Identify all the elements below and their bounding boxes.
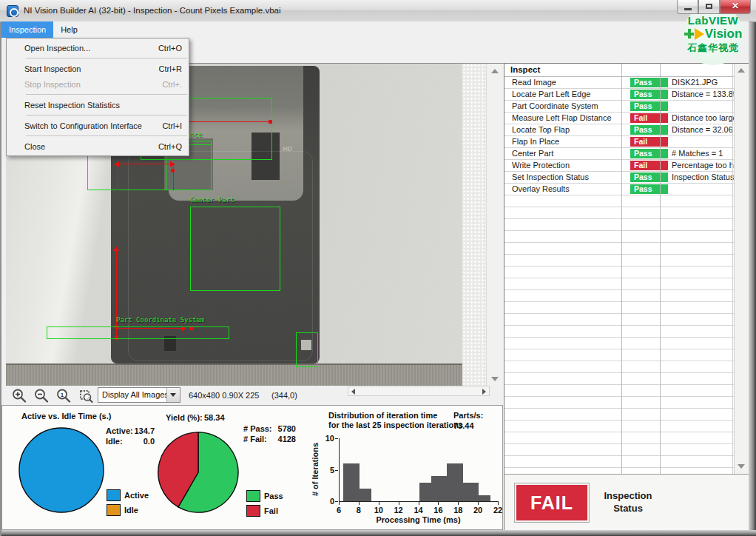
step-name (504, 361, 629, 372)
overlay-label-center-part: Center Part (190, 196, 234, 204)
histogram-bar (463, 483, 479, 502)
inspect-empty-row (504, 219, 749, 231)
status-badge: Pass (630, 172, 668, 182)
scroll-right-icon[interactable] (482, 389, 486, 395)
step-name (504, 444, 629, 455)
inspect-step-row[interactable]: Flap In PlaceFail (504, 136, 749, 148)
maximize-button[interactable] (698, 0, 720, 14)
x-tick-mark (379, 502, 379, 505)
viewer-horizontal-scrollbar[interactable] (348, 386, 490, 396)
inspect-empty-row (504, 409, 749, 421)
minimize-button[interactable] (677, 0, 698, 14)
svg-text:1: 1 (61, 392, 64, 398)
idle-value: 0.0 (126, 437, 155, 446)
histogram-bar (431, 476, 448, 501)
histogram-bar (343, 463, 360, 501)
inspect-empty-row (504, 397, 749, 409)
y-tick-mark (335, 501, 338, 502)
inspect-step-row[interactable]: Measure Left Flap DistanceFailDistance t… (504, 113, 749, 124)
scroll-left-icon[interactable] (351, 389, 355, 395)
menu-item-open-inspection[interactable]: Open Inspection...Ctrl+O (7, 40, 189, 56)
minimize-icon (684, 8, 692, 10)
inspect-step-row[interactable]: Read ImagePassDISK21.JPG (504, 77, 749, 89)
roi-edge-search-strip (47, 326, 229, 339)
distribution-title-line2: for the last 25 inspection iterations (328, 421, 463, 429)
step-name: Flap In Place (504, 136, 629, 147)
menu-item-reset-inspection-statistics[interactable]: Reset Inspection Statistics (7, 97, 189, 113)
menubar-item-inspection[interactable]: Inspection (1, 21, 53, 38)
x-tick-label: 10 (370, 506, 388, 515)
status-badge: Pass (630, 101, 668, 111)
histogram-bar (479, 495, 490, 502)
x-tick-mark (359, 502, 360, 505)
viewer-vertical-scrollbar[interactable] (486, 64, 504, 386)
status-badge: Pass (630, 125, 668, 135)
zoom-one-to-one-icon[interactable]: 1 (55, 388, 72, 404)
inspect-step-row[interactable]: Write ProtectionFailPercentage too hig (504, 160, 749, 172)
title-bar[interactable]: NI Vision Builder AI (32-bit) - Inspecti… (0, 0, 756, 22)
status-indicator: FAIL (514, 483, 590, 523)
distribution-title-line1: Distribution of iteration time (328, 411, 437, 420)
step-name: Locate Top Flap (504, 124, 629, 135)
step-name (504, 409, 629, 420)
chevron-down-icon (170, 393, 176, 397)
active-idle-title: Active vs. Idle Time (s.) (21, 412, 111, 421)
scroll-down-icon[interactable] (491, 377, 499, 381)
step-name (504, 385, 629, 396)
menu-separator (26, 115, 187, 115)
column-divider (732, 64, 733, 474)
status-badge: Pass (630, 184, 668, 194)
menu-item-switch-to-configuration-interface[interactable]: Switch to Configuration InterfaceCtrl+I (7, 118, 189, 133)
inspect-step-row[interactable]: Locate Top FlapPassDistance = 32.06 (504, 124, 749, 136)
menu-item-stop-inspection[interactable]: Stop InspectionCtrl+. (7, 76, 189, 92)
inspect-step-row[interactable]: Center PartPass# Matches = 1 (504, 148, 749, 160)
inspect-step-row[interactable]: Overlay ResultsPass (504, 184, 749, 195)
measure-point (269, 120, 272, 124)
zoom-to-fit-icon[interactable] (78, 388, 94, 404)
menu-bar[interactable]: InspectionHelp (1, 21, 749, 38)
dropdown-button[interactable] (166, 388, 180, 402)
measure-point (171, 169, 175, 172)
menu-item-start-inspection[interactable]: Start InspectionCtrl+R (7, 61, 189, 76)
inspect-empty-row (504, 385, 749, 397)
inspect-step-row[interactable]: Part Coordinate SystemPass (504, 101, 749, 113)
legend-label-idle: Idle (124, 506, 138, 515)
display-mode-value: Display All Images (102, 390, 169, 399)
window-frame-left (0, 21, 1, 536)
inspect-step-row[interactable]: Set Inspection StatusPassInspection Stat… (504, 172, 749, 184)
step-name (504, 397, 629, 408)
histogram-x-axis-label: Processing Time (ms) (339, 515, 498, 524)
app-icon (7, 5, 18, 17)
x-tick-label: 14 (410, 506, 428, 515)
inspect-empty-row (504, 231, 749, 243)
inspect-empty-row (504, 444, 749, 456)
window-frame-right (749, 21, 756, 536)
display-mode-dropdown[interactable]: Display All Images (98, 387, 180, 403)
zoom-in-icon[interactable] (11, 388, 27, 404)
yield-title: Yield (%): (166, 413, 203, 422)
menubar-item-help[interactable]: Help (53, 21, 85, 38)
x-tick-label: 18 (449, 506, 467, 515)
inspect-empty-row (504, 267, 749, 278)
scroll-up-icon[interactable] (738, 68, 745, 73)
step-name (504, 302, 629, 313)
close-button[interactable]: ✕ (720, 0, 751, 14)
viewer-empty-background (462, 64, 486, 386)
scroll-up-icon[interactable] (491, 69, 499, 73)
inspect-empty-row (504, 421, 749, 432)
scroll-down-icon[interactable] (738, 464, 745, 469)
inspection-menu-popup[interactable]: Open Inspection...Ctrl+OStart Inspection… (6, 38, 189, 156)
pass-count-value: 5780 (269, 424, 296, 433)
legend-label-pass: Pass (264, 492, 283, 500)
pass-count-label: # Pass: (243, 424, 272, 433)
x-tick-mark (458, 502, 459, 505)
step-name (504, 314, 629, 325)
roi-center-part (190, 207, 280, 291)
coordinate-axis-arrow-up (113, 246, 119, 251)
inspect-vertical-scrollbar[interactable] (734, 64, 749, 474)
inspect-step-row[interactable]: Locate Part Left EdgePassDistance = 133.… (504, 89, 749, 101)
menu-item-close[interactable]: CloseCtrl+Q (7, 138, 189, 154)
status-badge: Fail (630, 113, 668, 123)
step-name (504, 456, 629, 467)
zoom-out-icon[interactable] (33, 388, 50, 404)
